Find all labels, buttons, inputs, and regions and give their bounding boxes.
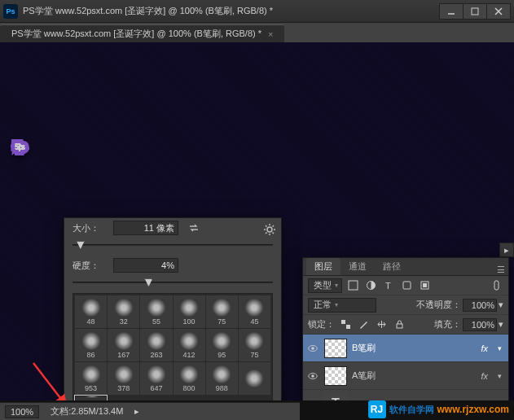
brush-preset-cell[interactable]: 32 [108, 295, 139, 328]
brush-preset-cell[interactable]: 75 [239, 329, 270, 361]
svg-point-1 [267, 227, 272, 232]
brush-preset-cell[interactable]: 55 [140, 295, 172, 328]
layer-row[interactable]: A笔刷fx▾ [303, 362, 508, 390]
svg-rect-11 [397, 324, 402, 328]
svg-rect-8 [494, 281, 499, 290]
svg-rect-2 [349, 281, 358, 290]
layers-panel: 图层 通道 路径 ☰ 类型▾ T 正常▾ 不透明度： 100% ▾ 锁定： [302, 257, 509, 400]
lock-pixels-icon[interactable] [356, 317, 371, 332]
fill-input[interactable]: 100% [463, 318, 497, 331]
brush-preset-cell[interactable]: 45 [239, 295, 270, 328]
layer-row[interactable]: T52psxt [303, 390, 508, 400]
brush-preset-cell[interactable]: 800 [174, 362, 205, 395]
brush-preset-picker: 大小： 11 像素 硬度： 4% 48325510075458616726341… [64, 217, 282, 400]
svg-point-15 [311, 374, 314, 378]
doc-size-display: 文档:2.85M/13.4M [51, 405, 123, 418]
status-bar: 100% 文档:2.85M/13.4M ▸ [0, 402, 300, 420]
visibility-eye-icon[interactable] [306, 370, 319, 383]
filter-shape-icon[interactable] [399, 278, 414, 293]
svg-rect-9 [341, 320, 345, 324]
brush-preset-cell[interactable]: 953 [75, 362, 107, 395]
brush-size-input[interactable]: 11 像素 [113, 221, 178, 235]
filter-smart-icon[interactable] [417, 278, 432, 293]
brush-preset-cell[interactable]: 412 [174, 329, 205, 361]
window-title: PS学堂 www.52psxt.com [圣诞字效] @ 100% (B笔刷, … [23, 5, 273, 17]
opacity-label: 不透明度： [416, 299, 461, 311]
layer-filter-kind-select[interactable]: 类型▾ [308, 278, 342, 293]
fx-expand-icon[interactable]: ▾ [494, 344, 505, 352]
canvas-artwork: 52ps [15, 42, 22, 178]
close-tab-icon[interactable]: × [268, 29, 273, 39]
filter-text-icon[interactable]: T [381, 278, 396, 293]
brush-preset-cell[interactable]: 11 [75, 396, 107, 400]
zoom-display[interactable]: 100% [5, 405, 39, 418]
svg-rect-0 [472, 8, 478, 15]
layer-name: A笔刷 [352, 370, 376, 382]
filter-adjust-icon[interactable] [363, 278, 378, 293]
watermark-logo: RJ [368, 400, 386, 418]
blend-mode-select[interactable]: 正常▾ [308, 298, 376, 313]
opacity-scrub-icon[interactable]: ▾ [499, 300, 503, 310]
tab-layers[interactable]: 图层 [306, 258, 340, 275]
brush-preset-grid: 4832551007545861672634129575953378647800… [72, 293, 273, 400]
panel-flyout-menu-icon[interactable]: ☰ [494, 265, 508, 275]
layer-row[interactable]: B笔刷fx▾ [303, 335, 508, 362]
watermark: RJ 软件自学网 www.rjzxw.com [368, 400, 509, 418]
fill-label: 填充： [434, 318, 461, 330]
filter-pixel-icon[interactable] [345, 278, 360, 293]
window-close-button[interactable] [486, 3, 511, 20]
watermark-url: www.rjzxw.com [437, 404, 509, 415]
lock-position-icon[interactable] [374, 317, 389, 332]
svg-rect-5 [403, 282, 411, 289]
fx-expand-icon[interactable]: ▾ [494, 372, 505, 380]
opacity-input[interactable]: 100% [463, 299, 497, 312]
svg-text:T: T [385, 281, 391, 291]
window-maximize-button[interactable] [463, 3, 487, 20]
status-menu-icon[interactable]: ▸ [134, 406, 139, 417]
fill-scrub-icon[interactable]: ▾ [499, 319, 503, 330]
fx-badge: fx [481, 371, 490, 381]
brush-preset-cell[interactable]: 167 [108, 329, 139, 361]
fx-badge: fx [481, 343, 490, 353]
panel-menu-icon[interactable] [263, 223, 276, 236]
tab-channels[interactable]: 通道 [340, 258, 375, 275]
document-tab-title: PS学堂 www.52psxt.com [圣诞字效] @ 100% (B笔刷, … [11, 28, 261, 40]
lock-transparent-icon[interactable] [338, 317, 353, 332]
window-minimize-button[interactable] [439, 3, 463, 20]
svg-rect-7 [423, 283, 427, 287]
app-logo: Ps [3, 4, 18, 19]
visibility-eye-icon[interactable] [306, 397, 319, 401]
tab-paths[interactable]: 路径 [375, 258, 409, 275]
brush-preset-cell[interactable]: 86 [75, 329, 107, 361]
brush-hardness-slider[interactable] [72, 277, 273, 288]
svg-point-13 [311, 347, 314, 350]
lock-label: 锁定： [308, 318, 335, 330]
brush-preset-cell[interactable]: 647 [140, 362, 172, 395]
brush-preset-cell[interactable]: 988 [206, 362, 238, 395]
brush-hardness-label: 硬度： [72, 260, 107, 272]
brush-preset-cell[interactable]: 95 [206, 329, 238, 361]
watermark-text-cn: 软件自学网 [389, 404, 434, 416]
flip-brush-icon[interactable] [188, 222, 200, 234]
brush-preset-cell[interactable]: 263 [140, 329, 172, 361]
brush-preset-cell[interactable]: 48 [75, 295, 107, 328]
document-tab[interactable]: PS学堂 www.52psxt.com [圣诞字效] @ 100% (B笔刷, … [0, 24, 284, 42]
lock-all-icon[interactable] [392, 317, 406, 332]
brush-preset-cell[interactable] [239, 362, 270, 395]
svg-rect-10 [346, 325, 350, 329]
brush-preset-cell[interactable]: 378 [108, 362, 139, 395]
brush-hardness-input[interactable]: 4% [113, 258, 178, 273]
brush-preset-cell[interactable]: 75 [206, 295, 238, 328]
brush-size-label: 大小： [72, 222, 107, 234]
filter-toggle-icon[interactable] [489, 278, 503, 293]
brush-size-slider[interactable] [72, 239, 273, 251]
brush-preset-cell[interactable]: 100 [174, 295, 205, 328]
panel-collapse-button[interactable]: ▸ [499, 243, 514, 257]
visibility-eye-icon[interactable] [306, 342, 319, 355]
layer-name: B笔刷 [352, 342, 376, 354]
